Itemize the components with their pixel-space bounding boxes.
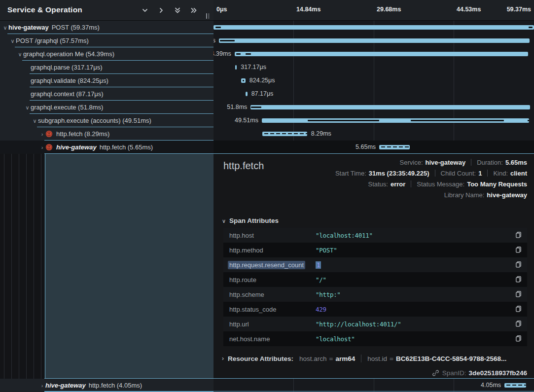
chevron-down-icon[interactable] (141, 6, 149, 14)
copy-button[interactable] (515, 305, 522, 314)
meta-separator (471, 159, 471, 166)
span-duration-label: 57.57ms (214, 34, 215, 47)
span-bar-row[interactable]: 824.25μs (214, 74, 534, 87)
span-name-duration: POST /graphql (57.57ms) (16, 37, 89, 44)
span-bar[interactable] (250, 105, 530, 109)
meta-value: client (510, 170, 527, 177)
span-bar[interactable] (214, 25, 534, 30)
meta-separator (487, 170, 488, 177)
span-bar-row-selected[interactable]: 5.65ms (214, 141, 534, 154)
span-attributes-header[interactable]: ∨Span Attributes (222, 217, 279, 224)
span-service-name: hive-gateway (45, 382, 86, 389)
span-bar-row[interactable]: 8.29ms (214, 127, 534, 141)
attribute-row[interactable]: http.host"localhost:4011" (223, 228, 527, 243)
span-bar-row[interactable]: 51.8ms (214, 101, 534, 114)
span-bar[interactable] (246, 92, 248, 96)
meta-value: error (391, 180, 405, 188)
span-bar-row[interactable]: 87.17μs (214, 87, 534, 101)
span-bar-row[interactable]: 57.57ms (214, 34, 534, 47)
span-bar[interactable] (262, 132, 307, 136)
copy-button[interactable] (515, 246, 522, 255)
child-span-marker (220, 40, 235, 41)
span-bar[interactable] (235, 65, 237, 70)
column-resize-handle[interactable] (206, 12, 212, 18)
span-name-duration: graphql.parse (317.17μs) (31, 64, 103, 71)
meta-label: Status Message: (417, 180, 464, 188)
chevron-right-icon[interactable]: › (39, 379, 45, 392)
chevron-right-icon[interactable] (157, 6, 165, 14)
span-duration-label: 5.65ms (356, 141, 376, 154)
detail-bottom-separator (44, 378, 534, 379)
chevron-down-icon[interactable]: ∨ (32, 114, 38, 127)
tree-row[interactable]: ∨subgraph.execute (accounts) (49.51ms) (0, 114, 214, 127)
tree-row[interactable]: ∨POST /graphql (57.57ms) (0, 34, 214, 47)
timeline-header: 0μs 14.84ms 29.68ms 44.53ms 59.37ms (214, 0, 534, 21)
span-name-duration: http.fetch (5.65ms) (100, 143, 153, 151)
chevron-down-icon[interactable]: ∨ (9, 35, 16, 47)
chevron-down-icon[interactable]: ∨ (24, 101, 31, 114)
attribute-row[interactable]: http.route"/" (223, 272, 527, 287)
copy-button[interactable] (515, 231, 522, 240)
chevron-right-icon[interactable]: › (39, 141, 45, 154)
child-span-marker (236, 53, 241, 55)
tree-row-bottom[interactable]: ›hive-gatewayhttp.fetch (4.05ms) (0, 379, 214, 392)
span-bar[interactable] (379, 145, 410, 149)
collapse-all-icon[interactable] (174, 6, 181, 14)
span-bar-row[interactable]: 317.17μs (214, 61, 534, 74)
error-icon (45, 143, 53, 151)
meta-label: Start Time: (335, 170, 366, 177)
tree-header-title: Service & Operation (7, 5, 82, 14)
expand-all-icon[interactable] (190, 6, 198, 14)
copy-button[interactable] (515, 261, 522, 270)
copy-icon (515, 290, 522, 298)
span-attributes-title: Span Attributes (229, 217, 279, 224)
meta-label: Library Name: (444, 191, 485, 199)
tree-row[interactable]: graphql.validate (824.25μs) (0, 74, 214, 87)
tree-row[interactable]: ›http.fetch (8.29ms) (0, 127, 214, 141)
copy-button[interactable] (515, 335, 522, 344)
timeline-tick: 59.37ms (507, 6, 531, 13)
attribute-key: http.status_code (223, 306, 316, 313)
span-bar-row[interactable]: 59.37ms (214, 21, 534, 34)
span-bar-row[interactable]: 49.51ms (214, 114, 534, 127)
tree-row[interactable]: ∨graphql.execute (51.8ms) (0, 101, 214, 114)
chevron-right-icon[interactable]: › (222, 355, 224, 362)
span-name-duration: subgraph.execute (accounts) (49.51ms) (38, 117, 151, 124)
span-duration-label: 54.39ms (214, 47, 231, 61)
span-bar-row[interactable]: 4.05ms (214, 379, 534, 392)
span-bar[interactable] (219, 38, 530, 43)
tree-row[interactable]: ∨graphql.operation Me (54.39ms) (0, 47, 214, 61)
meta-value: Too Many Requests (467, 180, 527, 188)
attribute-value: "POST" (316, 247, 337, 254)
attribute-row[interactable]: http.request.resend_count1 (223, 257, 527, 272)
tree-row[interactable]: graphql.parse (317.17μs) (0, 61, 214, 74)
span-duration-label: 49.51ms (235, 114, 258, 127)
attribute-row[interactable]: http.method"POST" (223, 243, 527, 257)
tree-row[interactable]: graphql.context (87.17μs) (0, 87, 214, 101)
span-bar[interactable] (504, 383, 526, 388)
chevron-down-icon[interactable]: ∨ (2, 21, 8, 34)
tree-row[interactable]: ›hive-gatewayhttp.fetch (5.65ms) (0, 141, 214, 154)
attribute-row[interactable]: http.url"http://localhost:4011/" (223, 317, 527, 331)
attribute-row[interactable]: http.status_code429 (223, 302, 527, 317)
chevron-down-icon[interactable]: ∨ (17, 48, 23, 61)
span-bar-row[interactable]: 54.39ms (214, 47, 534, 61)
copy-icon (515, 231, 522, 239)
span-id-row: SpanID: 3de02518937fb246 (432, 367, 527, 378)
tree-bottom-row: ›hive-gatewayhttp.fetch (4.05ms) (0, 379, 214, 392)
child-span-marker (308, 120, 380, 121)
span-bar[interactable] (235, 52, 528, 56)
attribute-row[interactable]: net.host.name"localhost" (223, 331, 527, 346)
chevron-right-icon[interactable]: › (39, 128, 45, 141)
link-icon[interactable] (432, 369, 439, 377)
resource-attributes-row[interactable]: › Resource Attributes: host.arch = arm64… (222, 352, 527, 365)
copy-icon (515, 246, 522, 253)
attribute-key: http.url (223, 321, 316, 328)
copy-button[interactable] (515, 290, 522, 299)
copy-button[interactable] (515, 320, 522, 329)
chevron-down-icon[interactable]: ∨ (222, 218, 226, 224)
attribute-value: "/" (316, 276, 326, 284)
attribute-row[interactable]: http.scheme"http:" (223, 287, 527, 302)
copy-button[interactable] (515, 276, 522, 285)
tree-row[interactable]: ∨hive-gatewayPOST (59.37ms) (0, 21, 214, 34)
